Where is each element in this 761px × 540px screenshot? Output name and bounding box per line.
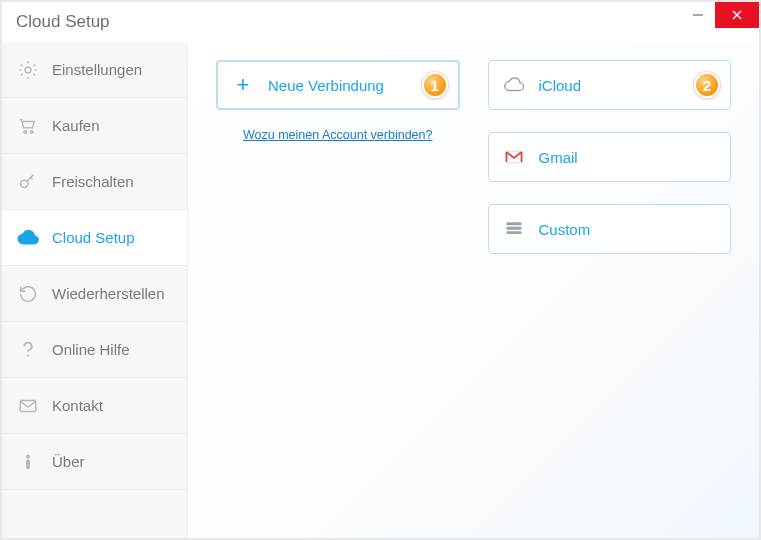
close-button[interactable] <box>715 2 759 28</box>
gear-icon <box>16 58 40 82</box>
sidebar-item-label: Wiederherstellen <box>52 285 173 302</box>
svg-point-9 <box>26 454 29 457</box>
why-connect-link[interactable]: Wozu meinen Account verbinden? <box>216 128 460 142</box>
restore-icon <box>16 282 40 306</box>
minimize-button[interactable] <box>681 2 715 28</box>
window-title: Cloud Setup <box>16 12 110 32</box>
sidebar-item-help[interactable]: Online Hilfe <box>2 322 187 378</box>
provider-label: Custom <box>539 221 591 238</box>
svg-rect-8 <box>20 400 36 411</box>
sidebar-item-restore[interactable]: Wiederherstellen <box>2 266 187 322</box>
right-column: iCloud 2 Gmail <box>474 42 760 538</box>
provider-custom[interactable]: Custom <box>488 204 732 254</box>
provider-label: Gmail <box>539 149 578 166</box>
window-controls <box>681 2 759 42</box>
new-connection-label: Neue Verbindung <box>268 77 384 94</box>
gmail-icon <box>503 146 525 168</box>
svg-point-6 <box>21 180 28 187</box>
server-icon <box>503 218 525 240</box>
sidebar-item-label: Über <box>52 453 173 470</box>
question-icon <box>16 338 40 362</box>
svg-rect-14 <box>506 231 521 234</box>
sidebar-item-label: Freischalten <box>52 173 173 190</box>
svg-point-3 <box>25 67 31 73</box>
sidebar: Einstellungen Kaufen Freischalten <box>2 42 188 538</box>
main-panel: + Neue Verbindung 1 Wozu meinen Account … <box>188 42 759 538</box>
sidebar-item-label: Kontakt <box>52 397 173 414</box>
sidebar-item-label: Cloud Setup <box>52 229 173 246</box>
svg-point-5 <box>30 130 33 133</box>
sidebar-item-contact[interactable]: Kontakt <box>2 378 187 434</box>
titlebar: Cloud Setup <box>2 2 759 42</box>
step-badge-2: 2 <box>694 72 720 98</box>
provider-icloud[interactable]: iCloud 2 <box>488 60 732 110</box>
sidebar-item-settings[interactable]: Einstellungen <box>2 42 187 98</box>
svg-point-4 <box>24 130 27 133</box>
svg-rect-13 <box>506 227 521 230</box>
sidebar-item-cloud-setup[interactable]: Cloud Setup <box>2 210 187 266</box>
svg-rect-10 <box>27 459 30 468</box>
sidebar-item-label: Kaufen <box>52 117 173 134</box>
info-icon <box>16 450 40 474</box>
sidebar-item-label: Online Hilfe <box>52 341 173 358</box>
provider-gmail[interactable]: Gmail <box>488 132 732 182</box>
svg-point-7 <box>27 354 29 356</box>
key-icon <box>16 170 40 194</box>
cloud-icon <box>503 74 525 96</box>
svg-rect-12 <box>506 222 521 225</box>
body: Einstellungen Kaufen Freischalten <box>2 42 759 538</box>
cart-icon <box>16 114 40 138</box>
app-window: Cloud Setup Einstellungen <box>0 0 761 540</box>
mail-icon <box>16 394 40 418</box>
left-column: + Neue Verbindung 1 Wozu meinen Account … <box>188 42 474 538</box>
plus-icon: + <box>232 74 254 96</box>
sidebar-item-unlock[interactable]: Freischalten <box>2 154 187 210</box>
sidebar-item-about[interactable]: Über <box>2 434 187 490</box>
sidebar-item-buy[interactable]: Kaufen <box>2 98 187 154</box>
cloud-icon <box>16 226 40 250</box>
sidebar-item-label: Einstellungen <box>52 61 173 78</box>
provider-label: iCloud <box>539 77 582 94</box>
new-connection-button[interactable]: + Neue Verbindung 1 <box>216 60 460 110</box>
step-badge-1: 1 <box>422 72 448 98</box>
